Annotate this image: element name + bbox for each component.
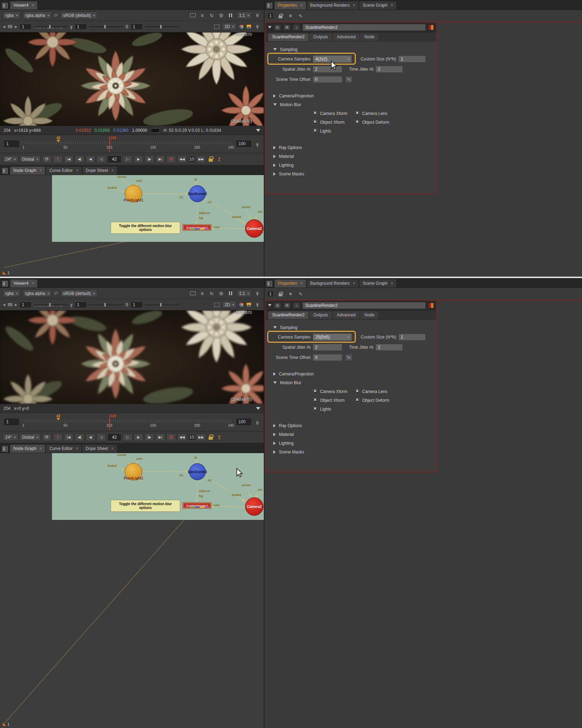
close-icon[interactable] <box>39 169 42 172</box>
camera-xform-checkbox[interactable] <box>313 111 318 116</box>
colorspace-dropdown[interactable]: sRGB (default) <box>60 290 97 297</box>
flipbook-button[interactable]: f <box>53 155 63 163</box>
range-end-input[interactable]: 100 <box>236 140 252 148</box>
stop-button[interactable] <box>166 433 176 441</box>
input-process-toggle[interactable]: IP <box>54 13 58 18</box>
jump-back-button[interactable] <box>177 433 187 441</box>
lock-panels-icon[interactable] <box>277 12 284 19</box>
colorspace-dropdown[interactable]: sRGB (default) <box>60 12 97 19</box>
collapse-chevrons-icon[interactable] <box>254 23 261 30</box>
nodegraph-canvas[interactable]: scene axis lookat B A1 A2 obj/scn bg cam… <box>0 453 264 728</box>
timeline-options-icon[interactable] <box>254 141 261 148</box>
range-start-input[interactable]: 1 <box>4 418 20 426</box>
section-material[interactable]: Material <box>269 430 433 439</box>
current-frame-input[interactable]: 42 <box>107 155 122 163</box>
custom-size-input[interactable]: 1 <box>398 56 426 63</box>
tab-advanced[interactable]: Advanced <box>333 33 359 41</box>
gain-slider[interactable]: 0.04 0.35 25 1 84 <box>34 302 68 308</box>
nodegraph-workspace[interactable]: scene axis lookat B A1 A2 obj/scn bg cam… <box>52 175 264 242</box>
channels-dropdown[interactable]: rgba <box>3 290 20 297</box>
section-motion-blur[interactable]: Motion Blur <box>269 100 433 109</box>
close-icon[interactable] <box>32 282 34 285</box>
custom-size-input[interactable]: 1 <box>398 334 426 341</box>
gamma-input[interactable]: 1 <box>75 24 87 30</box>
panel-menu-icon[interactable] <box>267 281 272 286</box>
section-scene-masks[interactable]: Scene Masks <box>269 447 433 456</box>
colorwheel-icon[interactable] <box>239 24 244 29</box>
timeline-ruler[interactable]: 1 50 100 150 200 240 42 100 <box>22 414 232 430</box>
center-node-icon[interactable]: ◎ <box>274 302 281 309</box>
node-pointlight1[interactable]: PointLight1 <box>125 463 142 481</box>
center-node-icon[interactable]: ◎ <box>274 24 281 31</box>
spatial-jitter-input[interactable]: 2 <box>313 344 342 351</box>
stop-button[interactable] <box>166 155 176 163</box>
tab-background-renders[interactable]: Background Renders <box>307 1 359 9</box>
clear-panels-icon[interactable] <box>287 290 294 297</box>
step-back-button[interactable] <box>86 433 95 441</box>
gamma-slider[interactable] <box>89 302 123 308</box>
sync-icon[interactable] <box>42 155 52 163</box>
section-material[interactable]: Material <box>269 152 433 161</box>
scene-time-offset-input[interactable]: 0 <box>313 76 342 83</box>
section-camera-projection[interactable]: Camera/Projection <box>269 369 433 378</box>
nodegraph-canvas[interactable]: scene axis lookat B A1 A2 obj/scn bg cam… <box>0 175 264 277</box>
frame-increment-input[interactable]: 10 <box>188 434 195 440</box>
section-lighting[interactable]: Lighting <box>269 161 433 169</box>
animation-curve-icon[interactable] <box>345 354 353 361</box>
gear-icon[interactable] <box>218 12 225 19</box>
panel-menu-icon[interactable] <box>2 281 8 286</box>
panel-stack-count[interactable]: 1 <box>267 291 274 297</box>
tab-curve-editor[interactable]: Curve Editor <box>46 445 81 453</box>
saturation-slider[interactable] <box>145 302 179 308</box>
close-icon[interactable] <box>300 282 303 285</box>
node-name-input[interactable]: ScanlineRender2 <box>302 24 426 31</box>
section-sampling[interactable]: Sampling <box>269 323 433 332</box>
spatial-jitter-input[interactable]: 2 <box>313 66 342 73</box>
section-sampling[interactable]: Sampling <box>269 45 433 54</box>
node-name-input[interactable]: ScanlineRender2 <box>302 302 426 309</box>
export-icon[interactable] <box>216 434 223 441</box>
saturation-slider[interactable] <box>145 24 179 30</box>
input-process-toggle[interactable]: IP <box>54 291 58 296</box>
close-icon[interactable] <box>353 282 355 285</box>
clear-panels-icon[interactable] <box>287 12 294 19</box>
skip-start-button[interactable] <box>64 433 73 441</box>
nodegraph-workspace[interactable]: scene axis lookat B A1 A2 obj/scn bg cam… <box>52 453 264 520</box>
node-scanlinerender2[interactable]: ScanlineRender2 <box>183 225 211 230</box>
colorwheel-icon[interactable] <box>239 302 244 307</box>
panel-menu-icon[interactable] <box>2 168 8 174</box>
tab-outputs[interactable]: Outputs <box>309 311 332 319</box>
tab-dope-sheet[interactable]: Dope Sheet <box>83 167 117 175</box>
close-icon[interactable] <box>39 447 42 450</box>
node-color-swatch[interactable] <box>428 25 434 30</box>
skip-start-button[interactable] <box>64 155 73 163</box>
next-arrow-icon[interactable]: ▶ <box>15 303 17 307</box>
node-geoscene5[interactable]: GeoScene5 <box>189 185 206 202</box>
refresh-icon[interactable] <box>208 290 215 297</box>
tab-outputs[interactable]: Outputs <box>309 33 332 41</box>
prev-arrow-icon[interactable]: ◀ <box>3 303 5 307</box>
zoom-dropdown[interactable]: 1:1 <box>237 290 251 297</box>
scene-time-offset-input[interactable]: 0 <box>313 354 342 361</box>
sync-icon[interactable] <box>42 433 52 441</box>
flipbook-button[interactable]: f <box>53 433 63 441</box>
sticky-note[interactable]: Toggle the different motion blur options <box>111 222 180 234</box>
tab-advanced[interactable]: Advanced <box>333 311 359 319</box>
jump-forward-button[interactable] <box>196 155 206 163</box>
panel-menu-icon[interactable] <box>2 446 8 452</box>
range-end-input[interactable]: 100 <box>236 418 252 426</box>
fps-dropdown[interactable]: 24* <box>3 155 18 163</box>
prev-keyframe-button[interactable] <box>75 433 84 441</box>
play-backward-button[interactable] <box>97 433 106 441</box>
close-icon[interactable] <box>32 4 34 7</box>
section-ray-options[interactable]: Ray Options <box>269 143 433 152</box>
current-frame-input[interactable]: 42 <box>107 433 122 441</box>
camera-lens-checkbox[interactable] <box>355 389 360 394</box>
float-panel-icon[interactable]: ⊞ <box>283 24 290 31</box>
edit-icon[interactable] <box>297 12 304 19</box>
tab-node[interactable]: Node <box>360 33 378 41</box>
alpha-channel-dropdown[interactable]: rgba.alpha <box>23 290 52 297</box>
time-jitter-input[interactable]: 2 <box>375 344 403 351</box>
close-icon[interactable] <box>391 282 393 285</box>
lights-checkbox[interactable] <box>313 129 318 133</box>
